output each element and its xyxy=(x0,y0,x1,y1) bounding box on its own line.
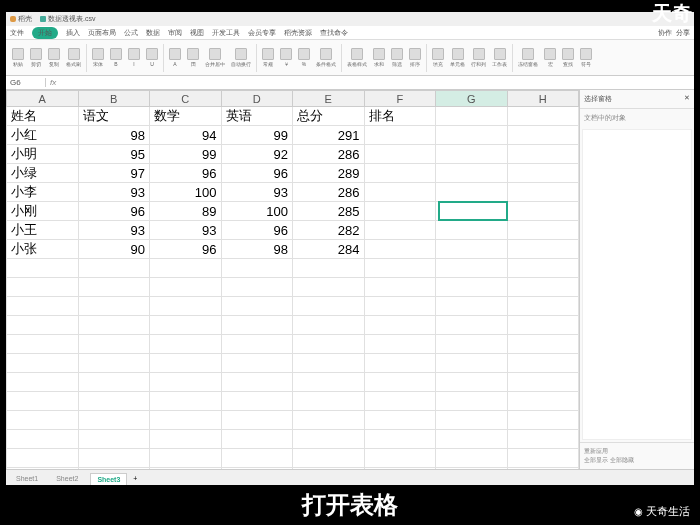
cell[interactable] xyxy=(507,354,579,373)
cell[interactable] xyxy=(150,259,222,278)
column-header[interactable]: G xyxy=(436,91,508,107)
ribbon-button[interactable]: 复制 xyxy=(46,47,62,68)
cell[interactable] xyxy=(436,221,508,240)
cell[interactable] xyxy=(78,430,150,449)
cell[interactable]: 英语 xyxy=(221,107,293,126)
ribbon-button[interactable]: 格式刷 xyxy=(64,47,83,68)
cell[interactable] xyxy=(150,316,222,335)
cell[interactable] xyxy=(364,259,436,278)
sidebar-close-icon[interactable]: ✕ xyxy=(684,94,690,104)
cell[interactable] xyxy=(221,430,293,449)
cell[interactable]: 289 xyxy=(293,164,365,183)
cell[interactable] xyxy=(507,335,579,354)
column-header[interactable]: D xyxy=(221,91,293,107)
cell[interactable]: 96 xyxy=(221,164,293,183)
spreadsheet-grid[interactable]: ABCDEFGH姓名语文数学英语总分排名小红989499291小明9599922… xyxy=(6,90,579,469)
cell[interactable]: 94 xyxy=(150,126,222,145)
cell[interactable]: 286 xyxy=(293,145,365,164)
ribbon-button[interactable]: 冻结窗格 xyxy=(516,47,540,68)
cell[interactable] xyxy=(507,164,579,183)
cell[interactable] xyxy=(293,278,365,297)
cell[interactable] xyxy=(221,278,293,297)
cell[interactable] xyxy=(364,373,436,392)
cell[interactable]: 小绿 xyxy=(7,164,79,183)
cell[interactable] xyxy=(293,392,365,411)
cell[interactable] xyxy=(221,392,293,411)
cell[interactable]: 285 xyxy=(293,202,365,221)
ribbon-button[interactable]: I xyxy=(126,47,142,68)
cell[interactable] xyxy=(436,278,508,297)
cell[interactable] xyxy=(78,297,150,316)
column-header[interactable]: H xyxy=(507,91,579,107)
cell[interactable] xyxy=(221,411,293,430)
menu-view[interactable]: 视图 xyxy=(190,28,204,38)
cell[interactable] xyxy=(436,202,508,221)
cell[interactable] xyxy=(78,278,150,297)
cell[interactable] xyxy=(507,468,579,470)
cell[interactable] xyxy=(364,449,436,468)
cell[interactable] xyxy=(150,449,222,468)
cell[interactable] xyxy=(78,316,150,335)
cell[interactable] xyxy=(436,297,508,316)
cell[interactable] xyxy=(150,278,222,297)
ribbon-button[interactable]: 符号 xyxy=(578,47,594,68)
tab-sheet3[interactable]: Sheet3 xyxy=(90,473,127,485)
cell[interactable] xyxy=(436,449,508,468)
cell[interactable]: 93 xyxy=(221,183,293,202)
cell[interactable] xyxy=(150,430,222,449)
cell[interactable] xyxy=(221,335,293,354)
ribbon-button[interactable]: 田 xyxy=(185,47,201,68)
cell[interactable] xyxy=(7,259,79,278)
cell[interactable] xyxy=(7,411,79,430)
cell[interactable] xyxy=(293,316,365,335)
cell[interactable]: 89 xyxy=(150,202,222,221)
cell[interactable] xyxy=(507,145,579,164)
cell[interactable] xyxy=(7,392,79,411)
cell[interactable] xyxy=(364,335,436,354)
cell[interactable] xyxy=(7,449,79,468)
ribbon-button[interactable]: 条件格式 xyxy=(314,47,338,68)
menu-data[interactable]: 数据 xyxy=(146,28,160,38)
cell[interactable] xyxy=(221,259,293,278)
name-box[interactable]: G6 xyxy=(6,78,46,87)
column-header[interactable]: E xyxy=(293,91,365,107)
cell[interactable]: 96 xyxy=(150,164,222,183)
cell[interactable] xyxy=(364,221,436,240)
cell[interactable] xyxy=(78,335,150,354)
cell[interactable] xyxy=(364,126,436,145)
cell[interactable]: 93 xyxy=(78,183,150,202)
cell[interactable] xyxy=(436,316,508,335)
cell[interactable] xyxy=(507,411,579,430)
menu-start[interactable]: 开始 xyxy=(32,27,58,39)
ribbon-button[interactable]: 粘贴 xyxy=(10,47,26,68)
cell[interactable] xyxy=(507,373,579,392)
cell[interactable] xyxy=(436,430,508,449)
ribbon-button[interactable]: 行和列 xyxy=(469,47,488,68)
tab-sheet1[interactable]: Sheet1 xyxy=(10,473,44,484)
cell[interactable] xyxy=(78,354,150,373)
ribbon-button[interactable]: 自动换行 xyxy=(229,47,253,68)
cell[interactable] xyxy=(78,259,150,278)
cell[interactable] xyxy=(221,316,293,335)
cell[interactable] xyxy=(507,449,579,468)
cell[interactable]: 90 xyxy=(78,240,150,259)
cell[interactable] xyxy=(221,468,293,470)
cell[interactable] xyxy=(507,183,579,202)
cell[interactable] xyxy=(78,373,150,392)
ribbon-button[interactable]: 填充 xyxy=(430,47,446,68)
cell[interactable] xyxy=(221,297,293,316)
cell[interactable] xyxy=(436,183,508,202)
cell[interactable] xyxy=(78,411,150,430)
cell[interactable] xyxy=(436,373,508,392)
cell[interactable] xyxy=(436,354,508,373)
cell[interactable]: 小红 xyxy=(7,126,79,145)
menu-formula[interactable]: 公式 xyxy=(124,28,138,38)
sidebar-showhide[interactable]: 全部显示 全部隐藏 xyxy=(584,456,690,465)
cell[interactable] xyxy=(364,411,436,430)
cell[interactable] xyxy=(364,316,436,335)
cell[interactable] xyxy=(507,240,579,259)
cell[interactable]: 96 xyxy=(78,202,150,221)
cell[interactable]: 总分 xyxy=(293,107,365,126)
cell[interactable]: 100 xyxy=(150,183,222,202)
cell[interactable] xyxy=(150,468,222,470)
